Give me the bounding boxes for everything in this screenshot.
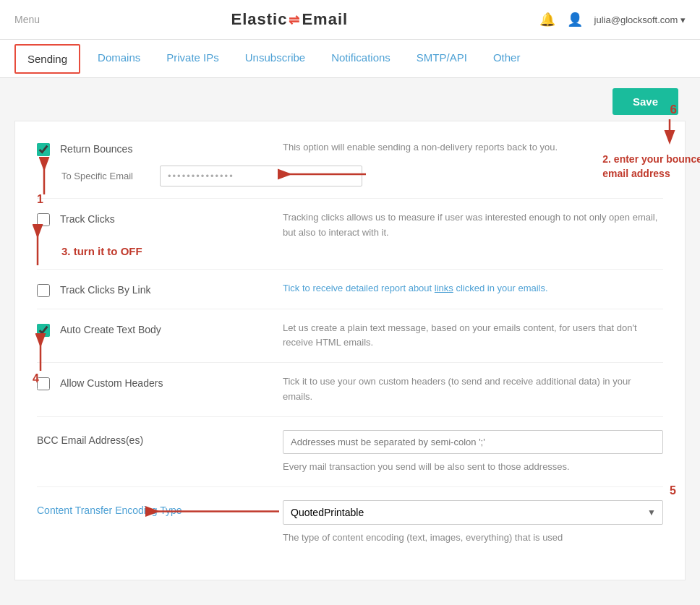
tab-notifications[interactable]: Notifications: [318, 40, 404, 77]
track-clicks-checkbox[interactable]: [37, 213, 50, 226]
allow-custom-headers-checkbox[interactable]: [37, 377, 50, 390]
encoding-desc: The type of content encoding (text, imag…: [283, 531, 663, 545]
nav-tabs: Sending Domains Private IPs Unsubscribe …: [0, 40, 700, 78]
return-bounces-desc: This option will enable sending a non-de…: [283, 140, 663, 155]
logo-elastic: Elastic: [231, 10, 287, 28]
tab-sending[interactable]: Sending: [14, 44, 80, 74]
track-clicks-by-link-label: Track Clicks By Link: [60, 283, 151, 296]
tab-private-ips[interactable]: Private IPs: [153, 40, 232, 77]
track-clicks-label: Track Clicks: [60, 212, 115, 225]
track-clicks-by-link-checkbox[interactable]: [37, 284, 50, 297]
logo-email: Email: [302, 10, 348, 28]
bcc-email-desc: Every mail transaction you send will be …: [283, 460, 663, 474]
user-icon[interactable]: 👤: [567, 12, 583, 27]
to-specific-email-label: To Specific Email: [61, 171, 148, 181]
tab-smtp-api[interactable]: SMTP/API: [404, 40, 480, 77]
tab-unsubscribe[interactable]: Unsubscribe: [232, 40, 318, 77]
save-button[interactable]: Save: [612, 88, 678, 115]
topbar: Menu Elastic⇌Email 🔔 👤 julia@glocksoft.c…: [0, 0, 700, 40]
logo: Elastic⇌Email: [231, 10, 348, 29]
topbar-right: 🔔 👤 julia@glocksoft.com ▾: [539, 12, 686, 27]
content-area: 1 Return Bounces This option will enable…: [14, 121, 686, 580]
bcc-email-label: BCC Email Address(es): [37, 434, 143, 446]
encoding-select[interactable]: QuotedPrintable Base64 7bit: [283, 500, 663, 525]
auto-create-text-desc: Let us create a plain text message, base…: [283, 321, 663, 351]
tab-other[interactable]: Other: [480, 40, 534, 77]
user-email[interactable]: julia@glocksoft.com ▾: [594, 14, 686, 25]
save-row: Save 6: [0, 78, 700, 121]
return-bounces-checkbox[interactable]: [37, 143, 50, 156]
encoding-label: Content Transfer Encoding Type: [37, 505, 182, 516]
allow-custom-headers-label: Allow Custom Headers: [60, 376, 163, 389]
bounce-email-input[interactable]: [160, 166, 362, 186]
auto-create-text-label: Auto Create Text Body: [60, 322, 161, 335]
tab-domains[interactable]: Domains: [85, 40, 153, 77]
bcc-email-input[interactable]: [283, 430, 663, 454]
auto-create-text-checkbox[interactable]: [37, 324, 50, 337]
track-clicks-by-link-desc: Tick to receive detailed report about li…: [283, 281, 663, 296]
step3-annotation: 3. turn it to OFF: [61, 245, 142, 257]
return-bounces-label: Return Bounces: [60, 142, 132, 155]
track-clicks-desc: Tracking clicks allows us to measure if …: [283, 210, 663, 241]
logo-link-icon: ⇌: [289, 13, 300, 27]
allow-custom-headers-desc: Tick it to use your own custom headers (…: [283, 374, 663, 405]
bell-icon[interactable]: 🔔: [539, 12, 555, 27]
menu-button[interactable]: Menu: [14, 14, 40, 25]
